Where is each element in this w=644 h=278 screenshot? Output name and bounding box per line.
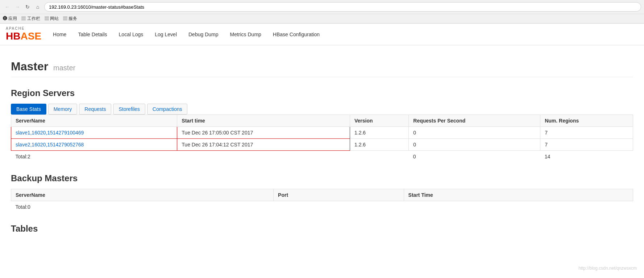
backup-masters-section: Backup Masters ServerName Port Start Tim… <box>11 173 633 213</box>
page-title: Master <box>11 60 48 73</box>
server-link-2[interactable]: slave2,16020,1514279052768 <box>16 142 84 148</box>
start-time-1: Tue Dec 26 17:05:00 CST 2017 <box>177 127 350 139</box>
browser-toolbar: ← → ↻ ⌂ <box>0 0 644 14</box>
browser-chrome: ← → ↻ ⌂ ⓿ 应用 ▤ 工作栏 ▤ 网站 ▤ 服务 <box>0 0 644 24</box>
col-start-time: Start time <box>177 115 350 127</box>
nav-hbase-configuration[interactable]: HBase Configuration <box>267 25 325 44</box>
nav-log-level[interactable]: Log Level <box>149 25 183 44</box>
backup-masters-table: ServerName Port Start Time Total:0 <box>11 189 633 213</box>
bookmark-apps[interactable]: ⓿ 应用 <box>3 16 17 22</box>
forward-button[interactable]: → <box>13 3 22 11</box>
num-regions-2: 7 <box>540 139 633 151</box>
col-version: Version <box>350 115 408 127</box>
tab-memory[interactable]: Memory <box>48 104 78 115</box>
page-subtitle: master <box>53 64 75 72</box>
nav-buttons: ← → ↻ ⌂ <box>3 3 42 11</box>
backup-col-start-time: Start Time <box>404 189 633 201</box>
num-regions-1: 7 <box>540 127 633 139</box>
backup-masters-header-row: ServerName Port Start Time <box>11 189 633 201</box>
tab-storefiles[interactable]: Storefiles <box>113 104 145 115</box>
page-title-section: Master master <box>11 60 633 77</box>
total-requests: 0 <box>409 151 540 163</box>
bookmark-toolbar[interactable]: ▤ 工作栏 <box>21 16 40 22</box>
tab-compactions[interactable]: Compactions <box>147 104 188 115</box>
nav-home[interactable]: Home <box>47 25 72 44</box>
bookmark-website[interactable]: ▤ 网站 <box>45 16 59 22</box>
app-logo: APACHE H B ASE <box>0 24 47 45</box>
nav-metrics-dump[interactable]: Metrics Dump <box>224 25 267 44</box>
logo-h: H <box>6 30 13 42</box>
total-regions: 14 <box>540 151 633 163</box>
requests-2: 0 <box>409 139 540 151</box>
tab-requests[interactable]: Requests <box>79 104 111 115</box>
region-servers-title: Region Servers <box>11 88 633 98</box>
logo-apache-text: APACHE <box>6 26 41 30</box>
backup-col-server-name: ServerName <box>11 189 274 201</box>
logo-base-b: B <box>13 30 20 42</box>
home-button[interactable]: ⌂ <box>33 3 42 11</box>
col-requests-per-second: Requests Per Second <box>409 115 540 127</box>
server-link-1[interactable]: slave1,16020,1514279100469 <box>16 130 84 136</box>
nav-table-details[interactable]: Table Details <box>72 25 113 44</box>
bookmark-service[interactable]: ▤ 服务 <box>63 16 77 22</box>
version-2: 1.2.6 <box>350 139 408 151</box>
tables-title: Tables <box>11 224 633 234</box>
backup-total-row: Total:0 <box>11 201 633 213</box>
app-nav: APACHE H B ASE Home Table Details Local … <box>0 24 644 45</box>
requests-1: 0 <box>409 127 540 139</box>
nav-local-logs[interactable]: Local Logs <box>113 25 149 44</box>
logo-hbase: H B ASE <box>6 30 41 42</box>
back-button[interactable]: ← <box>3 3 12 11</box>
start-time-2: Tue Dec 26 17:04:12 CST 2017 <box>177 139 350 151</box>
reload-button[interactable]: ↻ <box>23 3 32 11</box>
main-content: Master master Region Servers Base Stats … <box>0 45 644 252</box>
col-server-name: ServerName <box>11 115 177 127</box>
region-servers-tabs: Base Stats Memory Requests Storefiles Co… <box>11 104 633 115</box>
region-servers-header-row: ServerName Start time Version Requests P… <box>11 115 633 127</box>
logo-base-ase: ASE <box>20 30 41 42</box>
region-servers-section: Region Servers Base Stats Memory Request… <box>11 88 633 162</box>
address-bar[interactable] <box>44 2 641 12</box>
total-row: Total:2 0 14 <box>11 151 633 163</box>
server-name-2: slave2,16020,1514279052768 <box>11 139 177 151</box>
backup-total-time <box>404 201 633 213</box>
table-row: slave1,16020,1514279100469 Tue Dec 26 17… <box>11 127 633 139</box>
total-label: Total:2 <box>11 151 177 163</box>
tab-base-stats[interactable]: Base Stats <box>11 104 46 115</box>
total-empty-2 <box>350 151 408 163</box>
backup-col-port: Port <box>274 189 404 201</box>
col-num-regions: Num. Regions <box>540 115 633 127</box>
total-empty-1 <box>177 151 350 163</box>
nav-debug-dump[interactable]: Debug Dump <box>183 25 224 44</box>
table-row: slave2,16020,1514279052768 Tue Dec 26 17… <box>11 139 633 151</box>
version-1: 1.2.6 <box>350 127 408 139</box>
backup-masters-title: Backup Masters <box>11 173 633 183</box>
bookmarks-bar: ⓿ 应用 ▤ 工作栏 ▤ 网站 ▤ 服务 <box>0 14 644 23</box>
tables-section: Tables <box>11 224 633 234</box>
region-servers-table: ServerName Start time Version Requests P… <box>11 115 633 162</box>
backup-total-port <box>274 201 404 213</box>
backup-total-label: Total:0 <box>11 201 274 213</box>
server-name-1: slave1,16020,1514279100469 <box>11 127 177 139</box>
nav-links: Home Table Details Local Logs Log Level … <box>47 25 325 44</box>
